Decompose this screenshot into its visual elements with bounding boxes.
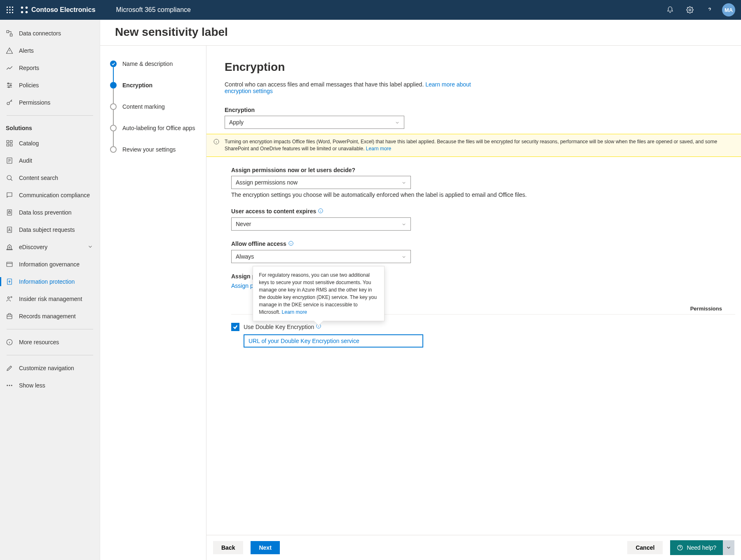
svg-point-9 (21, 7, 23, 9)
step-review[interactable]: Review your settings (110, 146, 206, 153)
offline-select[interactable]: Always (231, 250, 411, 263)
assign-permissions-select[interactable]: Assign permissions now (231, 176, 411, 189)
notifications-icon[interactable] (660, 0, 680, 20)
nav-customize-navigation[interactable]: Customize navigation (0, 359, 100, 377)
step-pending-icon (110, 103, 117, 110)
wizard-footer: Back Next Cancel Need help? (206, 535, 741, 560)
dke-label: Use Double Key Encryption For regulatory… (244, 323, 321, 330)
need-help-expand[interactable] (723, 540, 734, 555)
svg-rect-37 (9, 212, 11, 214)
nav-data-connectors[interactable]: Data connectors (0, 25, 100, 42)
svg-point-47 (11, 296, 12, 298)
nav-label: Content search (19, 175, 93, 181)
nav-label: Insider risk management (19, 296, 93, 302)
user-avatar[interactable]: MA (722, 3, 735, 16)
nav-content-search[interactable]: Content search (0, 169, 100, 187)
nav-records-management[interactable]: Records management (0, 308, 100, 325)
info-icon[interactable] (318, 208, 324, 215)
brand-logo[interactable]: Contoso Electronics (20, 5, 96, 14)
step-auto-labeling[interactable]: Auto-labeling for Office apps (110, 125, 206, 131)
next-button[interactable]: Next (251, 541, 279, 554)
step-name-description[interactable]: Name & description (110, 61, 206, 67)
nav-label: Data connectors (19, 30, 93, 37)
svg-point-55 (12, 385, 12, 386)
nav-reports[interactable]: Reports (0, 59, 100, 77)
svg-rect-40 (7, 249, 12, 250)
nav-alerts[interactable]: Alerts (0, 42, 100, 59)
nav-label: eDiscovery (19, 244, 87, 250)
infobar-text: Turning on encryption impacts Office fil… (225, 138, 734, 152)
step-encryption[interactable]: Encryption (110, 82, 206, 89)
nav-more-resources[interactable]: More resources (0, 334, 100, 351)
help-icon[interactable] (700, 0, 720, 20)
nav-data-subject-requests[interactable]: Data subject requests (0, 221, 100, 238)
step-pending-icon (110, 125, 117, 131)
nav-permissions[interactable]: Permissions (0, 94, 100, 111)
back-button[interactable]: Back (213, 541, 243, 554)
nav-information-protection[interactable]: Information protection (0, 273, 100, 290)
nav-show-less[interactable]: Show less (0, 377, 100, 394)
step-content-marking[interactable]: Content marking (110, 103, 206, 110)
svg-rect-26 (7, 140, 9, 142)
select-value: Always (236, 253, 254, 260)
info-icon (6, 338, 13, 346)
nav-information-governance[interactable]: Information governance (0, 256, 100, 273)
svg-point-12 (26, 11, 28, 14)
svg-point-39 (9, 229, 10, 230)
nav-label: Reports (19, 65, 93, 71)
nav-label: Show less (19, 382, 93, 389)
nav-communication-compliance[interactable]: Communication compliance (0, 187, 100, 204)
step-label: Review your settings (122, 146, 176, 153)
need-help-button[interactable]: Need help? (670, 540, 723, 555)
svg-rect-29 (10, 144, 12, 146)
brand-name: Contoso Electronics (31, 6, 96, 14)
nav-data-loss-prevention[interactable]: Data loss prevention (0, 204, 100, 221)
infobar-learn-more-link[interactable]: Learn more (366, 146, 391, 152)
dke-tooltip: For regulatory reasons, you can use two … (253, 266, 385, 321)
svg-rect-28 (7, 144, 9, 146)
nav-separator (7, 115, 93, 116)
encryption-mode-select[interactable]: Apply (225, 116, 404, 129)
app-launcher[interactable] (0, 0, 20, 20)
dke-checkbox[interactable] (231, 323, 239, 331)
svg-rect-27 (10, 140, 12, 142)
nav-label: Data subject requests (19, 226, 93, 233)
nav-insider-risk[interactable]: Insider risk management (0, 290, 100, 308)
chat-icon (6, 191, 13, 199)
info-icon[interactable] (288, 240, 294, 247)
reports-icon (6, 64, 13, 72)
audit-icon (6, 157, 13, 164)
expiry-label: User access to content expires (231, 208, 735, 215)
chevron-down-icon (401, 180, 406, 185)
svg-rect-1 (9, 7, 11, 8)
nav-label: Customize navigation (19, 365, 93, 371)
dke-learn-more-link[interactable]: Learn more (282, 309, 307, 315)
svg-line-35 (11, 179, 12, 181)
nav-label: Information governance (19, 261, 93, 268)
assign-permissions-label: Assign permissions now or let users deci… (231, 167, 735, 173)
svg-rect-0 (7, 7, 8, 8)
page-title: New sensitivity label (115, 26, 741, 39)
settings-icon[interactable] (680, 0, 700, 20)
nav-ediscovery[interactable]: eDiscovery (0, 238, 100, 256)
select-value: Apply (229, 119, 244, 126)
nav-label: Audit (19, 157, 93, 164)
nav-label: Data loss prevention (19, 209, 93, 216)
alerts-icon (6, 47, 13, 54)
expiry-select[interactable]: Never (231, 217, 411, 231)
nav-audit[interactable]: Audit (0, 152, 100, 169)
info-prot-icon (6, 278, 13, 285)
offline-label: Allow offline access (231, 240, 735, 247)
info-gov-icon (6, 261, 13, 268)
step-current-icon (110, 82, 117, 89)
nav-policies[interactable]: Policies (0, 77, 100, 94)
dke-url-input[interactable] (244, 334, 423, 348)
nav-catalog[interactable]: Catalog (0, 135, 100, 152)
wizard-steps: Name & description Encryption Content ma… (100, 46, 206, 560)
svg-point-41 (9, 247, 10, 248)
assign-permissions-helper: The encryption settings you choose will … (231, 191, 735, 198)
svg-point-10 (26, 7, 28, 9)
svg-point-54 (9, 385, 10, 386)
svg-rect-15 (7, 30, 9, 33)
cancel-button[interactable]: Cancel (627, 541, 663, 554)
